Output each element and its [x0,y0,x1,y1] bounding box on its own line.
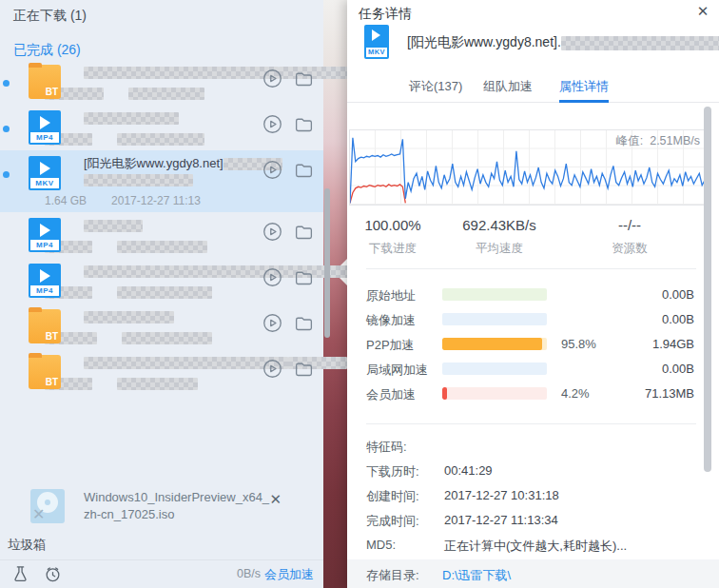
format-badge: MP4 [30,285,59,296]
download-task-row[interactable]: MP4 [0,258,323,304]
accel-bar-track [442,338,547,350]
accel-row: 会员加速4.2%71.13MB [347,382,719,407]
trash-section-label[interactable]: 垃圾箱 [8,537,47,554]
info-row: 特征码: [347,434,719,459]
completed-section-header[interactable]: 已完成 (26) [13,42,81,59]
play-button[interactable] [251,224,282,238]
stat-value: --/-- [573,217,687,233]
unread-dot-indicator [3,171,10,178]
speed-series-会员加速速度 [350,185,405,204]
open-folder-button[interactable] [282,116,314,130]
download-task-row[interactable]: BT [0,304,323,349]
open-folder-button[interactable] [282,315,314,329]
storage-path-link[interactable]: D:\迅雷下载\ [442,567,511,584]
download-task-row[interactable]: MP4 [0,105,323,150]
unread-dot-indicator [3,80,10,87]
accel-label: 原始地址 [366,287,416,304]
play-glyph [40,162,50,175]
schedule-clock-icon[interactable] [44,565,62,586]
stat-value: 100.00% [336,217,450,233]
bt-badge: BT [46,331,58,342]
play-button[interactable] [251,162,282,176]
bt-folder-icon: BT [29,309,61,343]
deleted-iso-item[interactable]: ✕ Windows10_InsiderPreview_x64_zh-cn_170… [0,485,323,533]
info-value: 00:41:29 [444,463,493,478]
task-meta [45,240,249,253]
row-actions [251,160,314,180]
close-icon[interactable]: ✕ [269,491,282,508]
format-badge: MP4 [30,132,59,143]
redacted-text [117,378,198,390]
redacted-text [128,88,204,100]
play-button[interactable] [251,361,282,375]
play-button[interactable] [251,315,282,329]
current-speed: 0B/s [237,567,261,580]
task-row-body [84,109,249,146]
task-title [84,263,249,279]
info-label: MD5: [366,538,396,552]
format-badge: MKV [30,178,59,188]
video-file-icon: MP4 [29,110,61,145]
task-title [84,217,249,233]
unread-dot-indicator [3,126,10,132]
tab-属性详情[interactable]: 属性详情 [559,76,609,103]
lab-flask-icon[interactable] [11,565,29,586]
redacted-text [84,265,226,278]
open-folder-button[interactable] [282,224,314,238]
accel-row: 局域网加速0.00B [347,358,719,382]
task-detail-panel: 任务详情 ✕ MKV [阳光电影www.ygdy8.net]. 评论(137)组… [347,0,719,588]
redacted-text [117,133,204,146]
accel-bar-track [442,387,547,400]
accel-label: 会员加速 [366,386,416,403]
row-actions [251,359,314,379]
open-folder-button[interactable] [282,361,314,375]
tab-组队加速[interactable]: 组队加速 [483,76,533,103]
row-actions [251,69,314,88]
open-folder-button[interactable] [282,269,314,284]
task-row-body [84,354,249,390]
task-title: [阳光电影www.ygdy8.net] [84,155,249,171]
download-task-row[interactable]: BT [0,349,323,395]
task-file-name: [阳光电影www.ygdy8.net]. [407,34,719,51]
task-meta: 1.64 GB2017-12-27 11:13 [45,194,249,207]
accel-value: 1.94GB [652,337,694,351]
accel-bar-fill [442,338,542,350]
left-footer-bar: 0B/s 会员加速 [0,559,323,588]
tab-评论(137)[interactable]: 评论(137) [409,76,462,103]
download-task-row[interactable]: MKV[阳光电影www.ygdy8.net]1.64 GB2017-12-27 … [0,150,323,212]
stat-label: 平均速度 [442,241,556,257]
open-folder-button[interactable] [282,70,314,85]
task-meta [45,331,249,344]
accel-row: 原始地址0.00B [347,284,719,308]
video-file-icon: MP4 [29,264,61,298]
task-stats: 100.00%下载进度692.43KB/s平均速度--/--资源数 [347,217,719,261]
bt-folder-icon: BT [29,355,61,389]
accel-percent: 4.2% [561,386,590,401]
accel-percent: 95.8% [561,337,596,351]
play-glyph [40,116,50,129]
stat-block: 100.00%下载进度 [336,217,450,257]
accel-bar-fill [442,387,447,400]
vip-accelerate-link[interactable]: 会员加速 [264,566,314,583]
video-file-icon: MP4 [29,218,61,252]
speed-graph: 峰值: 2.51MB/s [349,129,709,206]
info-label: 完成时间: [366,513,419,530]
play-button[interactable] [251,116,282,130]
info-row: MD5:正在计算中(文件越大,耗时越长)... [347,533,719,558]
panel-title: 任务详情 [359,6,412,23]
open-folder-button[interactable] [282,162,314,176]
folder-tab [29,63,42,68]
downloading-section-header[interactable]: 正在下载 (1) [13,8,87,25]
task-meta [45,87,249,100]
play-button[interactable] [251,70,282,85]
left-scrollbar-thumb[interactable] [324,188,330,338]
download-task-row[interactable]: BT [0,59,323,105]
download-task-row[interactable]: MP4 [0,212,323,258]
task-row-body: [阳光电影www.ygdy8.net]1.64 GB2017-12-27 11:… [84,155,249,207]
close-icon[interactable]: ✕ [694,3,711,20]
right-scrollbar-thumb[interactable] [704,107,711,472]
task-row-body [84,308,249,344]
info-row: 完成时间:2017-12-27 11:13:34 [347,508,719,533]
play-button[interactable] [251,269,282,284]
download-rows: BTMP4MKV[阳光电影www.ygdy8.net]1.64 GB2017-1… [0,59,323,395]
